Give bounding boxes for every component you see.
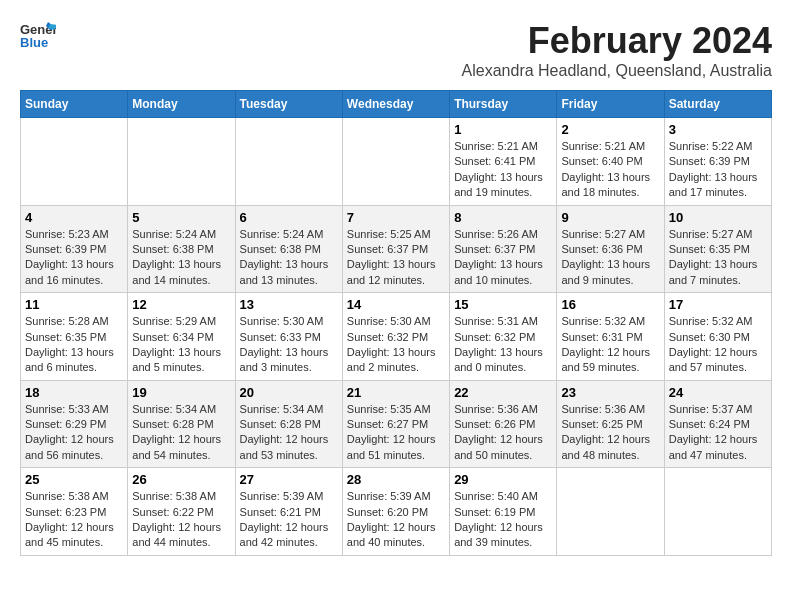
location-title: Alexandra Headland, Queensland, Australi…	[20, 62, 772, 80]
day-info: Sunrise: 5:25 AMSunset: 6:37 PMDaylight:…	[347, 227, 445, 289]
col-sunday: Sunday	[21, 91, 128, 118]
col-thursday: Thursday	[450, 91, 557, 118]
day-info: Sunrise: 5:31 AMSunset: 6:32 PMDaylight:…	[454, 314, 552, 376]
day-number: 22	[454, 385, 552, 400]
table-row: 3Sunrise: 5:22 AMSunset: 6:39 PMDaylight…	[664, 118, 771, 206]
page-header: February 2024 Alexandra Headland, Queens…	[20, 20, 772, 80]
day-number: 9	[561, 210, 659, 225]
table-row: 4Sunrise: 5:23 AMSunset: 6:39 PMDaylight…	[21, 205, 128, 293]
table-row: 29Sunrise: 5:40 AMSunset: 6:19 PMDayligh…	[450, 468, 557, 556]
day-number: 10	[669, 210, 767, 225]
table-row	[235, 118, 342, 206]
day-info: Sunrise: 5:26 AMSunset: 6:37 PMDaylight:…	[454, 227, 552, 289]
table-row: 21Sunrise: 5:35 AMSunset: 6:27 PMDayligh…	[342, 380, 449, 468]
day-number: 20	[240, 385, 338, 400]
day-info: Sunrise: 5:30 AMSunset: 6:33 PMDaylight:…	[240, 314, 338, 376]
logo-icon: General Blue	[20, 20, 56, 50]
table-row: 8Sunrise: 5:26 AMSunset: 6:37 PMDaylight…	[450, 205, 557, 293]
col-tuesday: Tuesday	[235, 91, 342, 118]
day-info: Sunrise: 5:36 AMSunset: 6:25 PMDaylight:…	[561, 402, 659, 464]
table-row: 9Sunrise: 5:27 AMSunset: 6:36 PMDaylight…	[557, 205, 664, 293]
day-info: Sunrise: 5:24 AMSunset: 6:38 PMDaylight:…	[132, 227, 230, 289]
calendar-week-5: 25Sunrise: 5:38 AMSunset: 6:23 PMDayligh…	[21, 468, 772, 556]
day-number: 24	[669, 385, 767, 400]
table-row: 18Sunrise: 5:33 AMSunset: 6:29 PMDayligh…	[21, 380, 128, 468]
day-number: 5	[132, 210, 230, 225]
day-info: Sunrise: 5:21 AMSunset: 6:41 PMDaylight:…	[454, 139, 552, 201]
day-info: Sunrise: 5:32 AMSunset: 6:30 PMDaylight:…	[669, 314, 767, 376]
table-row: 27Sunrise: 5:39 AMSunset: 6:21 PMDayligh…	[235, 468, 342, 556]
table-row: 19Sunrise: 5:34 AMSunset: 6:28 PMDayligh…	[128, 380, 235, 468]
svg-text:Blue: Blue	[20, 35, 48, 50]
table-row: 5Sunrise: 5:24 AMSunset: 6:38 PMDaylight…	[128, 205, 235, 293]
day-number: 18	[25, 385, 123, 400]
table-row: 24Sunrise: 5:37 AMSunset: 6:24 PMDayligh…	[664, 380, 771, 468]
table-row	[128, 118, 235, 206]
day-info: Sunrise: 5:30 AMSunset: 6:32 PMDaylight:…	[347, 314, 445, 376]
calendar-table: Sunday Monday Tuesday Wednesday Thursday…	[20, 90, 772, 556]
table-row	[342, 118, 449, 206]
table-row: 20Sunrise: 5:34 AMSunset: 6:28 PMDayligh…	[235, 380, 342, 468]
day-number: 23	[561, 385, 659, 400]
table-row: 26Sunrise: 5:38 AMSunset: 6:22 PMDayligh…	[128, 468, 235, 556]
table-row: 6Sunrise: 5:24 AMSunset: 6:38 PMDaylight…	[235, 205, 342, 293]
day-info: Sunrise: 5:38 AMSunset: 6:22 PMDaylight:…	[132, 489, 230, 551]
calendar-week-3: 11Sunrise: 5:28 AMSunset: 6:35 PMDayligh…	[21, 293, 772, 381]
col-saturday: Saturday	[664, 91, 771, 118]
day-number: 29	[454, 472, 552, 487]
logo: General Blue	[20, 20, 56, 50]
day-number: 17	[669, 297, 767, 312]
day-number: 15	[454, 297, 552, 312]
table-row: 22Sunrise: 5:36 AMSunset: 6:26 PMDayligh…	[450, 380, 557, 468]
day-number: 28	[347, 472, 445, 487]
calendar-header-row: Sunday Monday Tuesday Wednesday Thursday…	[21, 91, 772, 118]
day-number: 19	[132, 385, 230, 400]
table-row: 23Sunrise: 5:36 AMSunset: 6:25 PMDayligh…	[557, 380, 664, 468]
table-row: 25Sunrise: 5:38 AMSunset: 6:23 PMDayligh…	[21, 468, 128, 556]
day-number: 12	[132, 297, 230, 312]
day-number: 13	[240, 297, 338, 312]
day-info: Sunrise: 5:34 AMSunset: 6:28 PMDaylight:…	[132, 402, 230, 464]
table-row	[21, 118, 128, 206]
table-row: 10Sunrise: 5:27 AMSunset: 6:35 PMDayligh…	[664, 205, 771, 293]
table-row: 17Sunrise: 5:32 AMSunset: 6:30 PMDayligh…	[664, 293, 771, 381]
col-monday: Monday	[128, 91, 235, 118]
day-info: Sunrise: 5:29 AMSunset: 6:34 PMDaylight:…	[132, 314, 230, 376]
day-info: Sunrise: 5:36 AMSunset: 6:26 PMDaylight:…	[454, 402, 552, 464]
day-info: Sunrise: 5:39 AMSunset: 6:20 PMDaylight:…	[347, 489, 445, 551]
day-number: 27	[240, 472, 338, 487]
day-info: Sunrise: 5:24 AMSunset: 6:38 PMDaylight:…	[240, 227, 338, 289]
day-info: Sunrise: 5:33 AMSunset: 6:29 PMDaylight:…	[25, 402, 123, 464]
day-info: Sunrise: 5:38 AMSunset: 6:23 PMDaylight:…	[25, 489, 123, 551]
day-number: 11	[25, 297, 123, 312]
day-info: Sunrise: 5:37 AMSunset: 6:24 PMDaylight:…	[669, 402, 767, 464]
day-number: 14	[347, 297, 445, 312]
day-number: 16	[561, 297, 659, 312]
day-number: 21	[347, 385, 445, 400]
day-info: Sunrise: 5:28 AMSunset: 6:35 PMDaylight:…	[25, 314, 123, 376]
table-row: 13Sunrise: 5:30 AMSunset: 6:33 PMDayligh…	[235, 293, 342, 381]
day-info: Sunrise: 5:23 AMSunset: 6:39 PMDaylight:…	[25, 227, 123, 289]
day-number: 3	[669, 122, 767, 137]
table-row	[664, 468, 771, 556]
day-number: 4	[25, 210, 123, 225]
day-info: Sunrise: 5:35 AMSunset: 6:27 PMDaylight:…	[347, 402, 445, 464]
day-info: Sunrise: 5:22 AMSunset: 6:39 PMDaylight:…	[669, 139, 767, 201]
day-info: Sunrise: 5:21 AMSunset: 6:40 PMDaylight:…	[561, 139, 659, 201]
table-row: 28Sunrise: 5:39 AMSunset: 6:20 PMDayligh…	[342, 468, 449, 556]
col-friday: Friday	[557, 91, 664, 118]
table-row: 14Sunrise: 5:30 AMSunset: 6:32 PMDayligh…	[342, 293, 449, 381]
day-number: 2	[561, 122, 659, 137]
day-info: Sunrise: 5:40 AMSunset: 6:19 PMDaylight:…	[454, 489, 552, 551]
calendar-week-1: 1Sunrise: 5:21 AMSunset: 6:41 PMDaylight…	[21, 118, 772, 206]
day-info: Sunrise: 5:39 AMSunset: 6:21 PMDaylight:…	[240, 489, 338, 551]
month-title: February 2024	[20, 20, 772, 62]
day-number: 26	[132, 472, 230, 487]
table-row: 11Sunrise: 5:28 AMSunset: 6:35 PMDayligh…	[21, 293, 128, 381]
calendar-week-4: 18Sunrise: 5:33 AMSunset: 6:29 PMDayligh…	[21, 380, 772, 468]
day-info: Sunrise: 5:27 AMSunset: 6:35 PMDaylight:…	[669, 227, 767, 289]
table-row: 7Sunrise: 5:25 AMSunset: 6:37 PMDaylight…	[342, 205, 449, 293]
table-row: 1Sunrise: 5:21 AMSunset: 6:41 PMDaylight…	[450, 118, 557, 206]
table-row: 15Sunrise: 5:31 AMSunset: 6:32 PMDayligh…	[450, 293, 557, 381]
table-row: 12Sunrise: 5:29 AMSunset: 6:34 PMDayligh…	[128, 293, 235, 381]
